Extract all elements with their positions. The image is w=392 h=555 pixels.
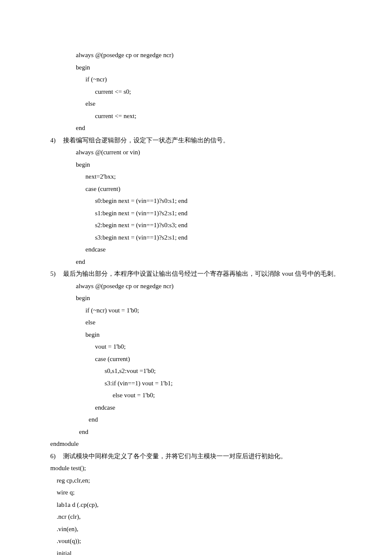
item-text: 测试模块中同样先定义了各个变量，并将它们与主模块一一对应后进行初始化。 bbox=[63, 450, 341, 462]
item-number: 6) bbox=[50, 450, 63, 462]
code-line: else bbox=[63, 98, 341, 110]
list-item-4: 4) 接着编写组合逻辑部分，设定下一状态产生和输出的信号。 bbox=[50, 134, 341, 147]
code-line: endcase bbox=[63, 402, 341, 414]
code-block: always @(posedge cp or negedge ncr) begi… bbox=[50, 49, 341, 134]
code-line: s3:begin next = (vin==1)?s2:s1; end bbox=[63, 231, 341, 244]
code-line: end bbox=[63, 426, 341, 438]
code-block: module test(); reg cp,clr,en; wire q; la… bbox=[50, 462, 341, 555]
item-number: 5) bbox=[50, 268, 63, 280]
code-block: always @(posedge cp or negedge ncr) begi… bbox=[50, 280, 341, 438]
code-line: end bbox=[63, 413, 341, 426]
code-line: .ncr (clr), bbox=[50, 511, 341, 523]
code-line: current <= s0; bbox=[63, 86, 341, 98]
code-line: current <= next; bbox=[63, 110, 341, 122]
code-line: end bbox=[63, 122, 341, 134]
code-line: s0,s1,s2:vout =1'b0; bbox=[63, 365, 341, 377]
list-item-5: 5) 最后为输出部分，本程序中设置让输出信号经过一个寄存器再输出，可以消除 vo… bbox=[50, 268, 341, 280]
code-line: s1:begin next = (vin==1)?s2:s1; end bbox=[63, 207, 341, 220]
code-line: end bbox=[63, 256, 341, 268]
code-line: if (~ncr) bbox=[63, 73, 341, 86]
code-line: case (current) bbox=[63, 353, 341, 365]
code-line: lab1a d (.cp(cp), bbox=[50, 499, 341, 511]
list-item-6: 6) 测试模块中同样先定义了各个变量，并将它们与主模块一一对应后进行初始化。 bbox=[50, 450, 341, 462]
code-line: if (~ncr) vout = 1'b0; bbox=[63, 304, 341, 317]
code-line: s0:begin next = (vin==1)?s0:s1; end bbox=[63, 195, 341, 207]
code-line: case (current) bbox=[63, 183, 341, 195]
code-line: always @(posedge cp or negedge ncr) bbox=[63, 49, 341, 61]
code-line: s2:begin next = (vin==1)?s0:s3; end bbox=[63, 219, 341, 231]
code-line: .vout(q)); bbox=[50, 535, 341, 547]
code-line: endcase bbox=[63, 243, 341, 256]
code-line: initial bbox=[50, 547, 341, 555]
code-line: always @(current or vin) bbox=[63, 146, 341, 159]
item-number: 4) bbox=[50, 134, 63, 147]
document-page: always @(posedge cp or negedge ncr) begi… bbox=[0, 0, 392, 555]
code-line: wire q; bbox=[50, 486, 341, 499]
code-line: next=2'bxx; bbox=[63, 171, 341, 183]
code-line: module test(); bbox=[50, 462, 341, 474]
code-line: begin bbox=[63, 329, 341, 341]
code-line: vout = 1'b0; bbox=[63, 341, 341, 353]
code-line: s3:if (vin==1) vout = 1'b1; bbox=[63, 377, 341, 390]
item-text: 最后为输出部分，本程序中设置让输出信号经过一个寄存器再输出，可以消除 vout … bbox=[63, 268, 341, 280]
code-line: begin bbox=[63, 61, 341, 74]
code-line: reg cp,clr,en; bbox=[50, 474, 341, 487]
code-line: begin bbox=[63, 292, 341, 304]
code-line: always @(posedge cp or negedge ncr) bbox=[63, 280, 341, 292]
code-line: else vout = 1'b0; bbox=[63, 389, 341, 402]
code-line: endmodule bbox=[50, 438, 341, 450]
code-line: begin bbox=[63, 159, 341, 171]
code-line: .vin(en), bbox=[50, 523, 341, 535]
code-line: else bbox=[63, 316, 341, 329]
code-block: always @(current or vin) begin next=2'bx… bbox=[50, 146, 341, 268]
item-text: 接着编写组合逻辑部分，设定下一状态产生和输出的信号。 bbox=[63, 134, 341, 147]
